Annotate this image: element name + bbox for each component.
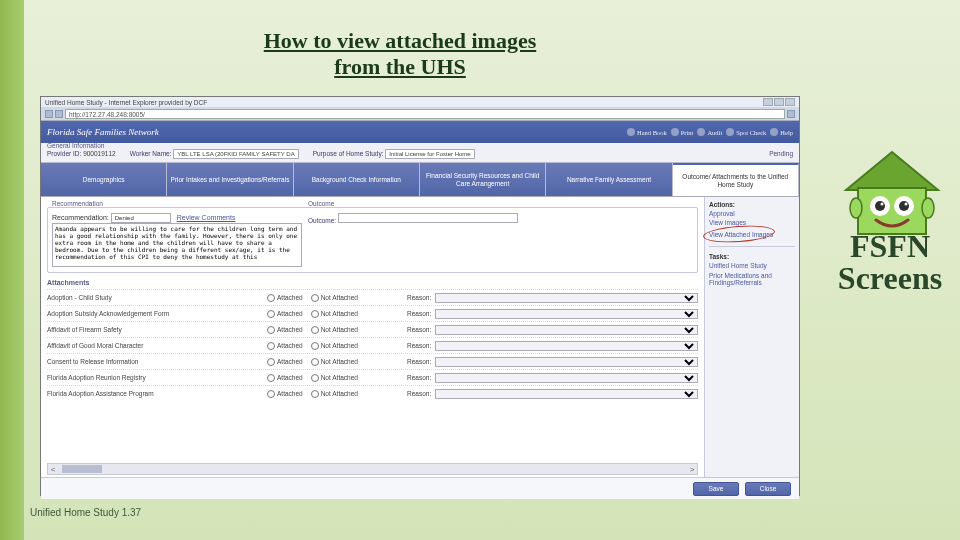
menu-audit[interactable]: Audit [697,128,722,136]
attached-radio[interactable]: Attached [267,358,303,366]
recommendation-title: Recommendation [52,200,302,207]
svg-point-4 [875,201,885,211]
svg-point-6 [881,203,884,206]
browser-toolbar: http://172.27.48.248:8005/ [41,107,799,121]
app-brand-bar: Florida Safe Families Network Hand Book … [41,121,799,143]
check-icon [726,128,734,136]
reason-select[interactable] [435,293,698,303]
scrollbar-thumb[interactable] [62,465,102,473]
worker-name-select[interactable]: YBL LTE LSA (20FKID FAMILY SAFETY DA [173,149,298,159]
actions-header: Actions: [709,201,795,208]
browser-titlebar: Unified Home Study - Internet Explorer p… [41,97,799,107]
audit-icon [697,128,705,136]
tab-demographics[interactable]: Demographics [41,163,167,196]
not-attached-radio[interactable]: Not Attached [311,310,358,318]
action-approval[interactable]: Approval [709,210,795,217]
not-attached-radio[interactable]: Not Attached [311,342,358,350]
menu-spotcheck[interactable]: Spot Check [726,128,766,136]
not-attached-radio[interactable]: Not Attached [311,358,358,366]
attachment-row: Florida Adoption Assistance ProgramAttac… [47,385,698,401]
slide-footer: Unified Home Study 1.37 [30,507,141,518]
reason-select[interactable] [435,357,698,367]
nav-forward-button[interactable] [55,110,63,118]
attachment-name: Affidavit of Good Moral Character [47,342,267,349]
slide-title: How to view attached images from the UHS [200,28,600,81]
nav-back-button[interactable] [45,110,53,118]
nav-go-button[interactable] [787,110,795,118]
not-attached-radio[interactable]: Not Attached [311,390,358,398]
attached-radio[interactable]: Attached [267,310,303,318]
attachment-row: Consent to Release InformationAttachedNo… [47,353,698,369]
attachments-heading: Attachments [47,279,698,286]
title-line-2: from the UHS [334,54,466,79]
reason-select[interactable] [435,309,698,319]
attachment-row: Affidavit of Good Moral CharacterAttache… [47,337,698,353]
close-button[interactable]: Close [745,482,791,496]
attached-radio[interactable]: Attached [267,374,303,382]
provider-id-label: Provider ID: [47,150,81,157]
menu-print[interactable]: Print [671,128,694,136]
task-uhs[interactable]: Unified Home Study [709,262,795,269]
tab-narrative[interactable]: Narrative Family Assessment [546,163,672,196]
attached-radio[interactable]: Attached [267,326,303,334]
button-bar: Save Close [41,477,799,499]
tab-strip: Demographics Prior Intakes and Investiga… [41,163,799,197]
menu-handbook[interactable]: Hand Book [627,128,667,136]
status-text: Pending [769,150,793,157]
review-comments-link[interactable]: Review Comments [177,214,236,221]
tab-financial[interactable]: Financial Security Resources and Child C… [420,163,546,196]
tab-outcome-attachments[interactable]: Outcome/ Attachments to the Unified Home… [673,163,799,196]
window-title: Unified Home Study - Internet Explorer p… [45,99,207,106]
task-prior-med[interactable]: Prior Medications and Findings/Referrals [709,272,795,287]
horizontal-scrollbar[interactable]: < > [47,463,698,475]
recommendation-select[interactable]: Denied [111,213,171,223]
attachment-name: Adoption Subsidy Acknowledgement Form [47,310,267,317]
general-info-label: General Information [47,142,104,149]
provider-id-value: 900019112 [83,150,116,157]
top-menu: Hand Book Print Audit Spot Check Help [627,128,793,136]
scroll-right-icon[interactable]: > [687,464,697,474]
reason-select[interactable] [435,373,698,383]
svg-point-9 [922,198,934,218]
recommendation-textarea[interactable] [52,223,302,267]
house-character-icon [842,148,942,238]
book-icon [627,128,635,136]
menu-help[interactable]: Help [770,128,793,136]
svg-point-7 [905,203,908,206]
reason-select[interactable] [435,389,698,399]
slide-accent-bar [0,0,24,540]
tab-prior-intakes[interactable]: Prior Intakes and Investigations/Referra… [167,163,293,196]
attachment-name: Affidavit of Firearm Safety [47,326,267,333]
attached-radio[interactable]: Attached [267,294,303,302]
purpose-select[interactable]: Initial License for Foster Home [385,149,474,159]
reason-label: Reason: [407,374,431,381]
reason-select[interactable] [435,341,698,351]
attachment-name: Florida Adoption Reunion Registry [47,374,267,381]
attachment-row: Affidavit of Firearm SafetyAttachedNot A… [47,321,698,337]
recommendation-label: Recommendation: [52,214,109,221]
tab-background-check[interactable]: Background Check Information [294,163,420,196]
not-attached-radio[interactable]: Not Attached [311,294,358,302]
attachment-row: Adoption Subsidy Acknowledgement FormAtt… [47,305,698,321]
actions-sidebar: Actions: Approval View Images View Attac… [704,197,799,477]
not-attached-radio[interactable]: Not Attached [311,374,358,382]
reason-label: Reason: [407,358,431,365]
not-attached-radio[interactable]: Not Attached [311,326,358,334]
side-label: FSFN Screens [830,230,950,294]
reason-label: Reason: [407,310,431,317]
scroll-left-icon[interactable]: < [48,464,58,474]
save-button[interactable]: Save [693,482,739,496]
attachment-name: Florida Adoption Assistance Program [47,390,267,397]
attached-radio[interactable]: Attached [267,342,303,350]
svg-point-8 [850,198,862,218]
attachment-name: Adoption - Child Study [47,294,267,301]
address-bar[interactable]: http://172.27.48.248:8005/ [65,109,785,119]
reason-label: Reason: [407,342,431,349]
worker-name-label: Worker Name: [130,150,172,157]
window-controls[interactable] [763,98,795,106]
tasks-header: Tasks: [709,253,795,260]
reason-select[interactable] [435,325,698,335]
outcome-select[interactable] [338,213,518,223]
action-view-attached-images[interactable]: View Attached Images [709,231,773,238]
attached-radio[interactable]: Attached [267,390,303,398]
